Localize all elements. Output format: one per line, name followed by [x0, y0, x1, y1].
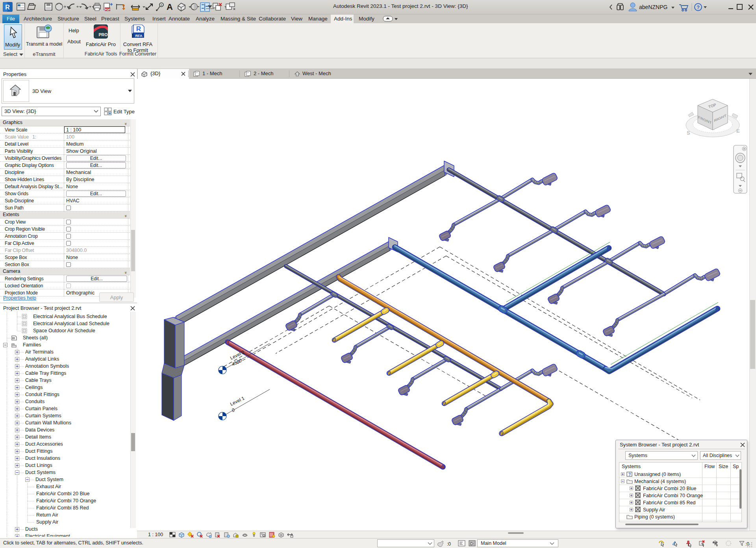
svg-text:A: A [167, 2, 173, 12]
svg-text:PDF: PDF [105, 8, 111, 11]
svg-text:S: S [687, 130, 690, 136]
svg-text:R: R [136, 25, 141, 33]
svg-text:?: ? [697, 4, 700, 10]
svg-text:RFA: RFA [135, 34, 143, 38]
svg-text::0: :0 [447, 541, 451, 547]
svg-text:1: 1 [161, 3, 163, 7]
svg-text:?: ? [628, 472, 631, 477]
svg-text:PRO: PRO [99, 32, 108, 37]
svg-text:E: E [736, 128, 740, 134]
svg-text:abeNZNPG: abeNZNPG [639, 4, 667, 10]
svg-text:R: R [5, 4, 10, 11]
